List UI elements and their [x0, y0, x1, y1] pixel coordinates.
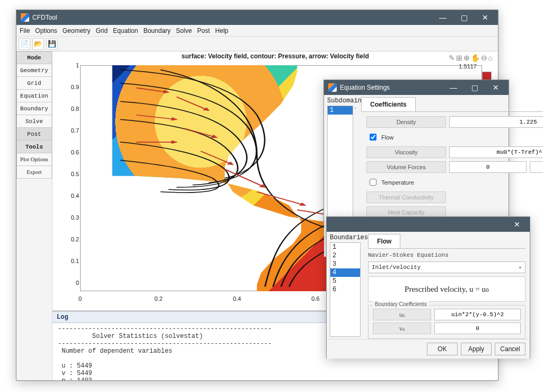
zoom-in-icon[interactable]: ⊕: [463, 54, 470, 62]
main-title: CFDTool: [32, 14, 57, 21]
app-icon: [21, 13, 29, 22]
eq-minimize-button[interactable]: —: [443, 80, 464, 95]
edit-plot-icon[interactable]: ✎: [449, 54, 455, 62]
tab-coefficients[interactable]: Coefficients: [361, 97, 416, 111]
plot-title: surface: Velocity field, contour: Pressu…: [52, 53, 498, 60]
boundary-dialog: ✕ Boundaries: 1 2 3 4 5 6 Flow Navier-St…: [326, 216, 530, 359]
sidebar-header-tools: Tools: [16, 141, 52, 153]
flow-checkbox-input[interactable]: [370, 134, 376, 141]
v0-input[interactable]: [434, 323, 521, 334]
sidebar-header-mode: Mode: [16, 51, 52, 64]
boundary-item[interactable]: 6: [330, 285, 360, 294]
viscosity-input[interactable]: [449, 146, 543, 158]
data-cursor-icon[interactable]: ⊞: [456, 54, 462, 62]
bc-cancel-button[interactable]: Cancel: [495, 343, 526, 355]
eq-titlebar[interactable]: Equation Settings — ▢ ✕: [324, 80, 509, 95]
flow-checkbox[interactable]: Flow: [366, 131, 543, 143]
volume-forces-label: Volume Forces: [366, 161, 446, 173]
boundary-coeff-legend: Boundary Coefficients: [373, 301, 429, 307]
menu-solve[interactable]: Solve: [176, 27, 192, 34]
sidebar-item-export[interactable]: Export: [16, 166, 52, 179]
viscosity-label: Viscosity: [366, 146, 446, 158]
thermal-conductivity-label: Thermal Conductivity: [366, 191, 446, 203]
menu-post[interactable]: Post: [197, 27, 210, 34]
main-titlebar[interactable]: CFDTool — ▢ ✕: [16, 10, 498, 25]
close-button[interactable]: ✕: [475, 10, 496, 25]
equation-settings-dialog: Equation Settings — ▢ ✕ Subdomains: 1 ⌃ …: [323, 80, 509, 223]
menu-geometry[interactable]: Geometry: [63, 27, 91, 34]
sidebar-item-equation[interactable]: Equation: [16, 90, 52, 102]
boundary-item[interactable]: 2: [330, 251, 360, 260]
sidebar: Mode Geometry Grid Equation Boundary Sol…: [16, 51, 52, 380]
temperature-checkbox[interactable]: Temperature: [366, 176, 543, 188]
bc-type-select[interactable]: Inlet/velocity: [368, 262, 526, 273]
ytick: 0.1: [68, 258, 79, 264]
save-icon[interactable]: 💾: [46, 38, 58, 50]
eq-maximize-button[interactable]: ▢: [464, 80, 485, 95]
xtick: 0: [78, 295, 82, 302]
plot-toolbar: ✎ ⊞ ⊕ ✋ ⊖ ⌂: [449, 54, 493, 62]
boundary-item[interactable]: 4: [330, 268, 360, 277]
density-label: Density: [366, 116, 446, 128]
bc-titlebar[interactable]: ✕: [327, 217, 530, 232]
temperature-checkbox-input[interactable]: [370, 179, 376, 186]
volume-force-x-input[interactable]: [449, 161, 527, 173]
boundary-item[interactable]: 1: [330, 243, 360, 251]
boundaries-column: Boundaries: 1 2 3 4 5 6: [327, 232, 364, 339]
ytick: 1: [68, 62, 79, 68]
menu-file[interactable]: File: [20, 27, 30, 34]
sidebar-item-grid[interactable]: Grid: [16, 77, 52, 90]
equation-display: Prescribed velocity, u = u₀: [368, 276, 526, 302]
ytick: 0: [68, 280, 79, 286]
ytick: 0.3: [68, 214, 79, 221]
u0-label: u₀: [373, 309, 431, 320]
toolbar: 📄 📂 💾: [16, 37, 498, 51]
ytick: 0.6: [68, 149, 79, 155]
bc-ok-button[interactable]: OK: [427, 343, 458, 355]
boundary-coefficients: Boundary Coefficients u₀ v₀: [368, 305, 526, 339]
sidebar-item-geometry[interactable]: Geometry: [16, 64, 52, 77]
menu-boundary[interactable]: Boundary: [143, 27, 170, 34]
eq-close-button[interactable]: ✕: [485, 80, 506, 95]
sidebar-item-plot-options[interactable]: Plot Options: [16, 153, 52, 166]
zoom-out-icon[interactable]: ⊖: [481, 54, 487, 62]
ytick: 0.7: [68, 127, 79, 134]
ytick: 0.2: [68, 236, 79, 242]
boundary-item[interactable]: 3: [330, 260, 360, 268]
u0-input[interactable]: [434, 309, 521, 320]
sidebar-item-solve[interactable]: Solve: [16, 115, 52, 128]
pan-icon[interactable]: ✋: [471, 54, 480, 62]
boundaries-list[interactable]: 1 2 3 4 5 6: [330, 242, 361, 337]
tab-flow[interactable]: Flow: [368, 234, 400, 248]
density-input[interactable]: [449, 116, 543, 128]
bc-close-button[interactable]: ✕: [506, 217, 528, 232]
xtick: 0.4: [233, 295, 241, 302]
boundary-item[interactable]: 5: [330, 277, 360, 285]
subdomains-list[interactable]: 1: [327, 106, 353, 235]
subdomain-item[interactable]: 1: [328, 106, 353, 115]
bc-apply-button[interactable]: Apply: [461, 343, 492, 355]
menu-help[interactable]: Help: [215, 27, 229, 34]
subdomains-label: Subdomains:: [327, 97, 358, 104]
open-icon[interactable]: 📂: [32, 38, 44, 50]
home-icon[interactable]: ⌂: [488, 54, 493, 62]
ytick: 0.4: [68, 193, 79, 199]
xtick: 0.2: [154, 295, 162, 302]
menu-grid[interactable]: Grid: [95, 27, 108, 34]
maximize-button[interactable]: ▢: [453, 10, 475, 25]
minimize-button[interactable]: —: [432, 10, 453, 25]
sidebar-item-post[interactable]: Post: [16, 128, 52, 141]
boundaries-label: Boundaries:: [330, 234, 361, 241]
menubar: File Options Geometry Grid Equation Boun…: [16, 25, 498, 37]
ytick: 0.5: [68, 171, 79, 177]
sidebar-item-boundary[interactable]: Boundary: [16, 102, 52, 115]
flow-checkbox-label: Flow: [381, 134, 393, 141]
app-icon: [328, 83, 337, 92]
ytick: 0.8: [68, 106, 79, 112]
menu-equation[interactable]: Equation: [113, 27, 138, 34]
new-icon[interactable]: 📄: [19, 38, 30, 50]
menu-options[interactable]: Options: [35, 27, 57, 34]
xtick: 0.6: [311, 295, 319, 302]
equation-name: Navier-Stokes Equations: [368, 252, 526, 258]
volume-force-y-input[interactable]: [530, 161, 543, 173]
